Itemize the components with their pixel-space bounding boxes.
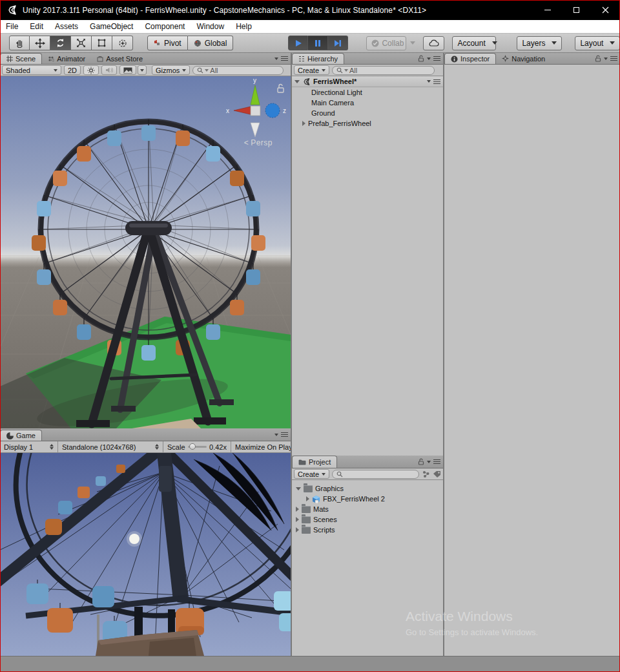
hierarchy-menu-icon[interactable] <box>433 56 440 61</box>
minimize-button[interactable] <box>533 0 562 20</box>
gizmo-z-axis[interactable]: z <box>265 103 286 118</box>
hierarchy-create-dropdown[interactable]: Create <box>294 65 329 75</box>
effects-toggle-button[interactable] <box>119 65 136 75</box>
hierarchy-tab-label: Hierarchy <box>307 55 338 63</box>
play-button[interactable] <box>288 36 308 50</box>
2d-toggle-button[interactable]: 2D <box>64 65 81 75</box>
search-by-type-icon[interactable] <box>422 470 430 478</box>
asset-store-tab-icon <box>97 56 103 62</box>
global-toggle-button[interactable]: Global <box>188 36 234 50</box>
hierarchy-menu-caret-icon[interactable] <box>427 58 431 60</box>
hierarchy-scene-row[interactable]: FerrisWheel* <box>292 76 443 87</box>
project-folder-scenes[interactable]: Scenes <box>292 514 443 525</box>
effects-dropdown-caret[interactable] <box>138 65 147 75</box>
scene-expander-icon[interactable] <box>294 80 300 83</box>
hierarchy-item-ground[interactable]: Ground <box>292 108 443 118</box>
gizmo-y-axis[interactable]: y <box>251 77 260 105</box>
project-menu-caret-icon[interactable] <box>427 461 431 463</box>
collab-dropdown[interactable]: Collab <box>366 36 406 50</box>
hand-icon <box>15 38 25 48</box>
layers-dropdown[interactable]: Layers <box>517 36 562 50</box>
hierarchy-item-prefab-ferriswheel[interactable]: Prefab_FerrisWheel <box>292 118 443 129</box>
transform-combined-tool-button[interactable] <box>112 36 133 50</box>
inspector-menu-icon[interactable] <box>610 56 617 61</box>
pause-button[interactable] <box>308 36 328 50</box>
search-icon <box>336 471 343 478</box>
menu-window[interactable]: Window <box>191 20 230 33</box>
scale-slider-knob[interactable] <box>189 443 196 450</box>
menu-help[interactable]: Help <box>230 20 258 33</box>
project-create-dropdown[interactable]: Create <box>294 469 329 479</box>
search-by-label-icon[interactable] <box>433 470 441 478</box>
scripts-expander-icon[interactable] <box>296 527 299 532</box>
project-menu-icon[interactable] <box>433 459 440 464</box>
fbx-expander-icon[interactable] <box>306 496 309 501</box>
gizmo-x-axis[interactable]: x <box>226 106 253 115</box>
inspector-lock-icon[interactable] <box>595 55 601 62</box>
rect-tool-button[interactable] <box>92 36 112 50</box>
maximize-on-play-toggle[interactable]: Maximize On Play <box>231 441 291 453</box>
account-dropdown[interactable]: Account <box>452 36 496 50</box>
scene-row-menu-icon[interactable] <box>433 79 440 84</box>
hand-tool-button[interactable] <box>9 36 30 50</box>
step-button[interactable] <box>328 36 348 50</box>
scale-slider[interactable] <box>188 446 207 448</box>
gizmos-dropdown[interactable]: Gizmos <box>152 65 190 75</box>
project-folder-scripts[interactable]: Scripts <box>292 525 443 535</box>
hierarchy-item-directional-light[interactable]: Directional Light <box>292 87 443 98</box>
scene-lock-icon[interactable] <box>278 85 284 93</box>
project-search-input[interactable] <box>332 470 419 479</box>
scenes-expander-icon[interactable] <box>296 517 299 522</box>
mats-expander-icon[interactable] <box>296 507 299 512</box>
persp-mode-label[interactable]: <Persp <box>244 138 273 147</box>
layout-dropdown[interactable]: Layout <box>575 36 620 50</box>
project-item-fbx-ferriswheel[interactable]: FBX_FerrisWheel 2 <box>292 494 443 504</box>
tab-game[interactable]: Game <box>0 430 42 441</box>
tab-hierarchy[interactable]: Hierarchy <box>292 53 344 64</box>
rotate-tool-button[interactable] <box>50 36 71 50</box>
prefab-expander-icon[interactable] <box>302 121 305 126</box>
project-lock-icon[interactable] <box>418 458 424 465</box>
scale-tool-button[interactable] <box>71 36 92 50</box>
graphics-expander-icon[interactable] <box>296 487 301 490</box>
shading-mode-dropdown[interactable]: Shaded <box>2 65 61 75</box>
scene-search-input[interactable]: All <box>192 66 284 75</box>
menu-edit[interactable]: Edit <box>24 20 49 33</box>
inspector-menu-caret-icon[interactable] <box>604 58 608 60</box>
gizmo-minus-y-axis[interactable] <box>251 123 260 137</box>
resolution-dropdown[interactable]: Standalone (1024x768) <box>58 441 163 453</box>
project-folder-graphics[interactable]: Graphics <box>292 483 443 494</box>
game-pane-menu-icon[interactable] <box>281 432 288 437</box>
menu-assets[interactable]: Assets <box>49 20 84 33</box>
maximize-button[interactable] <box>562 0 591 20</box>
tab-scene[interactable]: Scene <box>0 53 42 64</box>
gizmo-center-cube[interactable] <box>251 106 260 116</box>
scene-viewport[interactable]: y x z <Persp <box>0 76 291 428</box>
scene-row-menu-caret-icon[interactable] <box>427 80 431 83</box>
game-pane-menu-caret-icon[interactable] <box>274 434 278 436</box>
menu-gameobject[interactable]: GameObject <box>84 20 139 33</box>
pivot-toggle-button[interactable]: Pivot <box>147 36 188 50</box>
menu-file[interactable]: File <box>0 20 24 33</box>
scene-pane-menu-caret-icon[interactable] <box>274 58 278 60</box>
close-button[interactable] <box>591 0 620 20</box>
tab-inspector[interactable]: Inspector <box>444 53 496 64</box>
hierarchy-search-input[interactable]: All <box>332 66 435 75</box>
tab-project[interactable]: Project <box>292 456 337 468</box>
audio-toggle-button[interactable] <box>101 65 117 75</box>
pivot-label: Pivot <box>164 39 181 48</box>
scene-orientation-gizmo[interactable]: y x z <box>225 76 289 147</box>
tab-navigation[interactable]: Navigation <box>496 53 551 64</box>
cloud-button[interactable] <box>423 36 444 50</box>
lighting-toggle-button[interactable] <box>83 65 99 75</box>
menu-component[interactable]: Component <box>139 20 191 33</box>
game-viewport[interactable] <box>0 453 291 656</box>
display-dropdown[interactable]: Display 1 <box>0 441 58 453</box>
project-folder-mats[interactable]: Mats <box>292 504 443 514</box>
tab-animator[interactable]: Animator <box>42 53 91 64</box>
scene-pane-menu-icon[interactable] <box>281 56 288 61</box>
hierarchy-item-main-camera[interactable]: Main Camera <box>292 98 443 108</box>
hierarchy-lock-icon[interactable] <box>418 55 424 62</box>
move-tool-button[interactable] <box>30 36 50 50</box>
tab-asset-store[interactable]: Asset Store <box>91 53 149 64</box>
